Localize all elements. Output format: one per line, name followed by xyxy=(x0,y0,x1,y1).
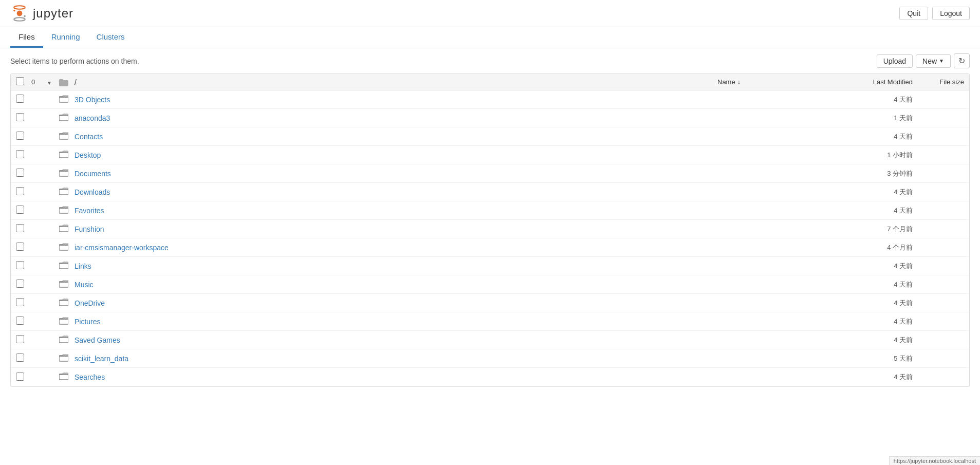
file-name[interactable]: Pictures xyxy=(75,318,820,326)
toolbar: Select items to perform actions on them.… xyxy=(0,48,980,73)
new-button-label: New xyxy=(922,57,937,65)
folder-icon xyxy=(59,206,75,216)
row-checkbox[interactable] xyxy=(16,317,24,325)
folder-icon xyxy=(59,354,75,364)
row-checkbox-cell xyxy=(16,113,31,123)
jupyter-logo-icon xyxy=(10,4,29,23)
tab-running[interactable]: Running xyxy=(43,27,88,48)
logout-button[interactable]: Logout xyxy=(932,7,970,20)
svg-point-1 xyxy=(14,17,25,21)
row-checkbox[interactable] xyxy=(16,280,24,288)
file-modified: 4 天前 xyxy=(820,299,913,308)
file-name[interactable]: Music xyxy=(75,281,820,289)
folder-icon xyxy=(59,335,75,345)
svg-rect-6 xyxy=(59,79,63,81)
row-checkbox-cell xyxy=(16,206,31,215)
file-name[interactable]: Links xyxy=(75,262,820,270)
upload-button[interactable]: Upload xyxy=(877,54,913,68)
row-checkbox[interactable] xyxy=(16,206,24,214)
row-checkbox-cell xyxy=(16,150,31,160)
row-checkbox[interactable] xyxy=(16,224,24,232)
file-name[interactable]: 3D Objects xyxy=(75,96,820,104)
header-folder-icon xyxy=(59,78,75,86)
folder-icon xyxy=(59,280,75,290)
svg-point-2 xyxy=(17,11,23,16)
select-all-checkbox[interactable] xyxy=(16,77,24,85)
table-row: anaconda3 1 天前 xyxy=(11,109,969,127)
quit-button[interactable]: Quit xyxy=(899,7,928,20)
row-checkbox[interactable] xyxy=(16,243,24,251)
header-checkbox-cell xyxy=(16,77,31,87)
row-checkbox[interactable] xyxy=(16,169,24,177)
file-name[interactable]: Searches xyxy=(75,373,820,381)
folder-icon xyxy=(59,261,75,271)
folder-icon xyxy=(59,243,75,253)
new-button[interactable]: New ▼ xyxy=(916,54,951,68)
file-modified: 1 小时前 xyxy=(820,151,913,160)
folder-icon xyxy=(59,372,75,382)
row-checkbox[interactable] xyxy=(16,261,24,269)
row-checkbox[interactable] xyxy=(16,113,24,121)
modified-column-header[interactable]: Last Modified xyxy=(820,78,913,86)
breadcrumb: / xyxy=(75,78,717,86)
file-name[interactable]: Documents xyxy=(75,170,820,178)
new-dropdown-arrow-icon: ▼ xyxy=(939,58,944,64)
name-col-label: Name xyxy=(717,78,735,86)
row-checkbox[interactable] xyxy=(16,298,24,306)
table-row: iar-cmsismanager-workspace 4 个月前 xyxy=(11,238,969,257)
tab-clusters[interactable]: Clusters xyxy=(88,27,133,48)
row-checkbox-cell xyxy=(16,261,31,271)
row-checkbox[interactable] xyxy=(16,95,24,103)
table-row: 3D Objects 4 天前 xyxy=(11,90,969,109)
table-row: Funshion 7 个月前 xyxy=(11,220,969,238)
file-name[interactable]: Funshion xyxy=(75,225,820,233)
row-checkbox-cell xyxy=(16,224,31,234)
file-name[interactable]: Desktop xyxy=(75,151,820,159)
file-name[interactable]: scikit_learn_data xyxy=(75,355,820,363)
file-modified: 4 天前 xyxy=(820,317,913,326)
row-checkbox[interactable] xyxy=(16,335,24,343)
file-modified: 4 天前 xyxy=(820,95,913,104)
column-headers: Name ↓ Last Modified File size xyxy=(717,78,964,86)
file-modified: 3 分钟前 xyxy=(820,169,913,178)
table-row: Desktop 1 小时前 xyxy=(11,146,969,164)
tabs-bar: Files Running Clusters xyxy=(0,27,980,48)
file-name[interactable]: Favorites xyxy=(75,207,820,215)
file-modified: 4 天前 xyxy=(820,336,913,345)
row-checkbox[interactable] xyxy=(16,373,24,381)
size-column-header[interactable]: File size xyxy=(913,78,964,86)
toolbar-right: Upload New ▼ ↻ xyxy=(877,53,970,68)
svg-point-4 xyxy=(24,15,26,17)
file-name[interactable]: OneDrive xyxy=(75,299,820,307)
row-checkbox[interactable] xyxy=(16,132,24,140)
refresh-button[interactable]: ↻ xyxy=(954,53,970,68)
row-checkbox-cell xyxy=(16,132,31,141)
chevron-down-icon: ▼ xyxy=(47,80,52,86)
file-name[interactable]: iar-cmsismanager-workspace xyxy=(75,244,820,252)
table-row: Contacts 4 天前 xyxy=(11,127,969,146)
file-name[interactable]: anaconda3 xyxy=(75,114,820,122)
name-column-header[interactable]: Name ↓ xyxy=(717,78,820,86)
row-checkbox-cell xyxy=(16,187,31,197)
app-title: jupyter xyxy=(33,6,73,21)
row-checkbox[interactable] xyxy=(16,150,24,158)
header-dropdown-icon[interactable]: ▼ xyxy=(47,78,59,86)
file-name[interactable]: Contacts xyxy=(75,133,820,141)
file-table: 0 ▼ / Name ↓ Last Modified File size xyxy=(10,73,970,387)
sort-arrow-icon: ↓ xyxy=(737,79,741,86)
select-message: Select items to perform actions on them. xyxy=(10,57,139,65)
table-row: Favorites 4 天前 xyxy=(11,201,969,220)
logo: jupyter xyxy=(10,4,73,23)
header: jupyter Quit Logout xyxy=(0,0,980,27)
table-row: Downloads 4 天前 xyxy=(11,183,969,201)
row-checkbox-cell xyxy=(16,169,31,178)
file-name[interactable]: Saved Games xyxy=(75,336,820,344)
table-row: OneDrive 4 天前 xyxy=(11,294,969,312)
tab-files[interactable]: Files xyxy=(10,27,43,48)
table-row: Pictures 4 天前 xyxy=(11,312,969,331)
row-checkbox[interactable] xyxy=(16,354,24,362)
row-checkbox[interactable] xyxy=(16,187,24,195)
table-row: scikit_learn_data 5 天前 xyxy=(11,349,969,368)
file-name[interactable]: Downloads xyxy=(75,188,820,196)
row-checkbox-cell xyxy=(16,298,31,308)
